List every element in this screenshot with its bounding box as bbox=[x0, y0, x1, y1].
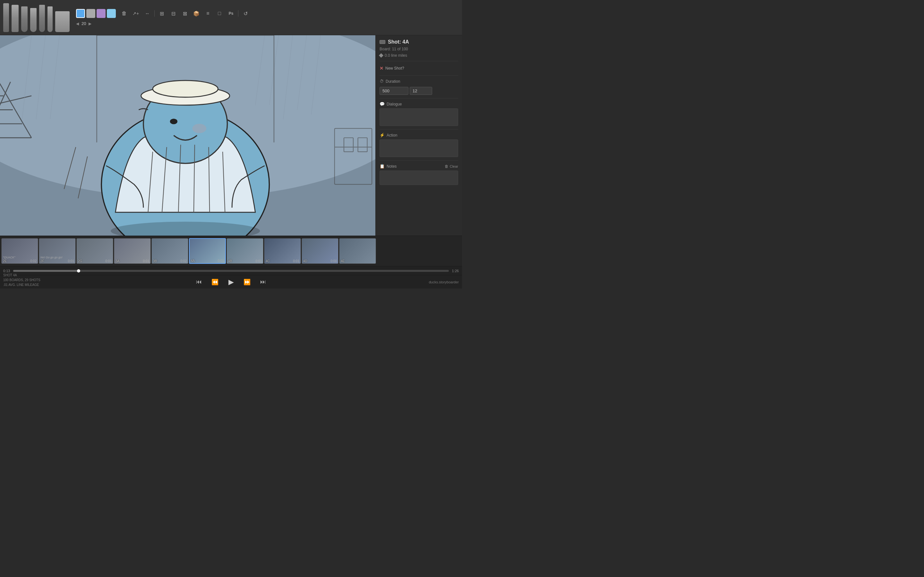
line-miles: 0.0 line miles bbox=[380, 53, 458, 58]
pen-tool-5[interactable] bbox=[39, 5, 45, 32]
size-increase[interactable]: ▶ bbox=[89, 21, 91, 26]
package-icon[interactable]: 📦 bbox=[192, 9, 201, 18]
grid-1-icon[interactable]: ⊞ bbox=[157, 9, 166, 18]
dialogue-section: 💬 Dialogue bbox=[380, 102, 458, 126]
color-swatches bbox=[76, 9, 116, 18]
frame-3B[interactable]: 3B 0:02 bbox=[152, 238, 188, 264]
pen-tool-6[interactable] bbox=[47, 6, 53, 32]
shot-title-text: Shot: 4A bbox=[388, 39, 409, 45]
frame-3A[interactable]: 3A 0:01 bbox=[114, 238, 151, 264]
delete-icon[interactable]: 🗑 bbox=[120, 9, 129, 18]
play-button[interactable]: ▶ bbox=[226, 277, 236, 287]
pen-tool-2[interactable] bbox=[11, 5, 19, 32]
skip-forward-button[interactable]: ⏭ bbox=[258, 277, 268, 287]
notes-textarea[interactable] bbox=[380, 171, 458, 185]
frame-2E-name: "QUACK" bbox=[3, 256, 15, 259]
x-icon: ✕ bbox=[380, 66, 383, 71]
pen-tool-4[interactable] bbox=[30, 8, 37, 32]
dialogue-icon: 💬 bbox=[380, 102, 384, 106]
frame-2F[interactable]: No! Go go go go! 2F 0:01 bbox=[39, 238, 76, 264]
svg-point-29 bbox=[170, 119, 178, 124]
divider-3 bbox=[380, 98, 458, 98]
fast-forward-button[interactable]: ⏩ bbox=[242, 277, 252, 287]
action-header: ⚡ Action bbox=[380, 133, 458, 137]
shot-icon bbox=[380, 40, 385, 44]
swatch-gray[interactable] bbox=[86, 9, 95, 18]
frame-icon[interactable]: □ bbox=[215, 9, 224, 18]
frame-4D-time: 0:00 bbox=[331, 259, 337, 263]
grid-3-icon[interactable]: ⊠ bbox=[180, 9, 189, 18]
dialogue-textarea[interactable] bbox=[380, 108, 458, 126]
toolbar-icons: 🗑 ↗+ ↔ ⊞ ⊟ ⊠ 📦 ≡ □ Ps ↺ bbox=[120, 9, 250, 18]
action-label: Action bbox=[387, 133, 397, 137]
drawing-canvas[interactable] bbox=[0, 35, 375, 235]
frame-4A[interactable]: 4A 0:01 bbox=[189, 238, 226, 264]
frame-4C-label: 4C bbox=[266, 259, 270, 263]
new-shot-label: New Shot? bbox=[385, 66, 404, 71]
right-panel: Shot: 4A Board: 11 of 100 0.0 line miles… bbox=[375, 35, 462, 235]
frame-2E[interactable]: "QUACK" 2E 0:02 bbox=[1, 238, 38, 264]
canvas-area[interactable] bbox=[0, 35, 375, 235]
frame-2F-label: 2F bbox=[40, 259, 44, 263]
status-shot: SHOT 4A bbox=[3, 273, 40, 277]
timeline-bar[interactable] bbox=[13, 270, 449, 272]
size-decrease[interactable]: ◀ bbox=[76, 21, 79, 26]
filmstrip: "QUACK" 2E 0:02 No! Go go go go! 2F 0:01… bbox=[0, 235, 462, 266]
playback-controls: SHOT 4A 100 BOARDS, 29 SHOTS .01 AVG. LI… bbox=[0, 275, 462, 288]
frame-4C[interactable]: 4C 0:01 bbox=[264, 238, 301, 264]
layers-icon[interactable]: ≡ bbox=[204, 9, 212, 18]
new-shot-button[interactable]: ✕ New Shot? bbox=[380, 64, 458, 72]
frame-2E-time: 0:02 bbox=[31, 259, 37, 263]
arrow-add-icon[interactable]: ↗+ bbox=[131, 9, 140, 18]
board-info: Board: 11 of 100 bbox=[380, 47, 458, 51]
duration-input-frames[interactable] bbox=[380, 87, 409, 95]
frame-4D-label: 4D bbox=[303, 259, 307, 263]
duration-header: ⏱ Duration bbox=[380, 79, 458, 84]
photoshop-icon[interactable]: Ps bbox=[226, 9, 236, 18]
sketch-svg bbox=[0, 35, 375, 235]
diamond-icon bbox=[379, 53, 383, 58]
duration-section: ⏱ Duration bbox=[380, 79, 458, 95]
main-area: Shot: 4A Board: 11 of 100 0.0 line miles… bbox=[0, 35, 462, 235]
frame-4A-time: 0:01 bbox=[218, 259, 224, 263]
frame-4E[interactable]: 4E bbox=[339, 238, 376, 264]
pen-tools bbox=[3, 3, 69, 32]
timeline-thumb[interactable] bbox=[77, 269, 80, 272]
duration-input-seconds[interactable] bbox=[410, 87, 432, 95]
rewind-button[interactable]: ⏪ bbox=[210, 277, 220, 287]
frame-3B-label: 3B bbox=[153, 259, 157, 263]
notes-icon: 📋 bbox=[380, 164, 384, 169]
frame-2G[interactable]: 2G 0:01 bbox=[76, 238, 113, 264]
skip-back-button[interactable]: ⏮ bbox=[194, 277, 204, 287]
frame-4B-label: 4B bbox=[228, 259, 232, 263]
clear-icon: 🗑 bbox=[445, 164, 449, 169]
transform-icon[interactable]: ↔ bbox=[143, 9, 152, 18]
grid-2-icon[interactable]: ⊟ bbox=[169, 9, 178, 18]
pen-tool-3[interactable] bbox=[21, 6, 27, 32]
dialogue-header: 💬 Dialogue bbox=[380, 102, 458, 106]
notes-section-header: 📋 Notes bbox=[380, 164, 397, 169]
frame-4E-label: 4E bbox=[341, 259, 344, 263]
duration-label: Duration bbox=[386, 79, 400, 84]
frame-4D[interactable]: 4D 0:00 bbox=[302, 238, 338, 264]
pen-tool-1[interactable] bbox=[3, 3, 9, 32]
status-left: SHOT 4A 100 BOARDS, 29 SHOTS .01 AVG. LI… bbox=[3, 271, 40, 288]
action-section: ⚡ Action bbox=[380, 133, 458, 157]
frame-2F-name: No! Go go go go! bbox=[40, 256, 63, 259]
refresh-icon[interactable]: ↺ bbox=[241, 9, 250, 18]
swatch-purple[interactable] bbox=[97, 9, 105, 18]
shot-title: Shot: 4A bbox=[380, 39, 458, 45]
shot-section: Shot: 4A Board: 11 of 100 0.0 line miles bbox=[380, 39, 458, 58]
pen-tool-eraser[interactable] bbox=[55, 11, 69, 32]
swatch-lightblue[interactable] bbox=[107, 9, 116, 18]
status-boards: 100 BOARDS, 29 SHOTS bbox=[3, 277, 40, 282]
frame-2G-label: 2G bbox=[78, 259, 82, 263]
action-textarea[interactable] bbox=[380, 139, 458, 157]
frame-4B[interactable]: 4B 0:01 bbox=[226, 238, 263, 264]
divider-5 bbox=[380, 160, 458, 161]
frame-2G-time: 0:01 bbox=[105, 259, 111, 263]
action-icon: ⚡ bbox=[380, 133, 384, 137]
frame-2E-label: 2E bbox=[3, 259, 7, 263]
clear-button[interactable]: 🗑 Clear bbox=[445, 164, 458, 169]
swatch-blue[interactable] bbox=[76, 9, 85, 18]
